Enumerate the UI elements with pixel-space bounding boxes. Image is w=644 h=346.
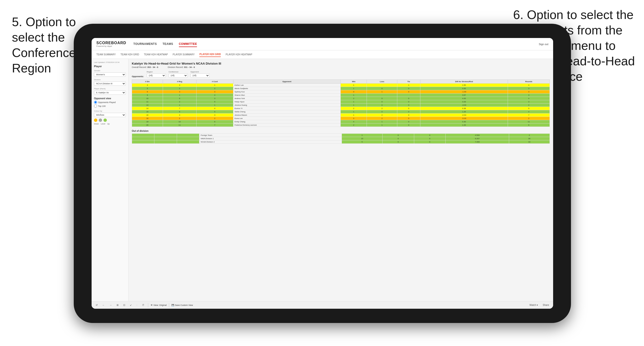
toolbar-forward[interactable]: → <box>108 303 113 307</box>
opponent-view-options: Opponents Played Top 100 <box>94 101 126 108</box>
sign-out-link[interactable]: Sign out <box>539 43 548 46</box>
left-panel: Last Updated: 27/03/2024 10:34 Player Ge… <box>92 59 128 301</box>
th-div: # Div <box>132 80 163 84</box>
opponent-view-title: Opponent view <box>94 97 126 100</box>
table-row: 1125Heejo Hyun1003.333 <box>132 100 550 104</box>
toolbar-share[interactable]: Share <box>542 303 550 307</box>
tablet-screen: SCOREBOARD Powered by clippd TOURNAMENTS… <box>92 38 553 309</box>
opponents-label: Opponents: <box>132 75 144 78</box>
legend-down: Down <box>94 123 99 125</box>
table-row: 914Sharon Mun13.673 <box>132 94 550 97</box>
sub-nav-player-h2h-grid[interactable]: PLAYER H2H GRID <box>199 52 221 57</box>
out-of-division-title: Out of division <box>132 130 550 132</box>
nav-tournaments[interactable]: TOURNAMENTS <box>134 41 157 47</box>
division-record-label: Division Record: 331 - 34 - 6 <box>168 66 195 68</box>
conference-select[interactable]: (All) <box>169 73 188 78</box>
table-header-row: # Div # Reg # Conf Opponent Win Loss Tie… <box>132 80 550 84</box>
radio-opponents-played[interactable]: Opponents Played <box>94 101 126 104</box>
table-row: 1311Jessica Huang100-3.002 <box>132 104 550 107</box>
player-section-title: Player <box>94 65 126 68</box>
legend-up: Up <box>107 123 110 125</box>
gender-select[interactable]: Women's <box>94 72 126 77</box>
toolbar-dot[interactable]: · <box>135 303 138 307</box>
table-row: NCAA Division 25007.40010 <box>132 140 550 144</box>
conference-filter-label: Conference <box>169 71 188 73</box>
region-filter-label: Region <box>147 71 166 73</box>
legend-level: Level <box>101 123 105 125</box>
nav-committee[interactable]: COMMITTEE <box>179 41 197 47</box>
toolbar-grid[interactable]: ⊞ <box>116 303 120 307</box>
table-row: 633Sydney Kuo010-1.003 <box>132 90 550 94</box>
main-content: Last Updated: 27/03/2024 10:34 Player Ge… <box>92 59 553 301</box>
th-rounds: Rounds <box>508 80 550 84</box>
sub-nav: TEAM SUMMARY TEAM H2H GRID TEAM H2H HEAT… <box>92 50 553 59</box>
sub-nav-player-h2h-heatmap[interactable]: PLAYER H2H HEATMAP <box>226 52 252 57</box>
toolbar-right: Watch ▾ Share <box>528 303 550 307</box>
toolbar-clock[interactable]: ⏱ <box>141 303 146 307</box>
tablet-device: SCOREBOARD Powered by clippd TOURNAMENTS… <box>74 24 571 323</box>
bottom-toolbar: ↺ ← → ⊞ ⊡ ↙ · ⏱ 👁 View: Original 💾 Save … <box>92 301 553 309</box>
view-icon: 👁 <box>150 304 153 306</box>
toolbar-target[interactable]: ⊡ <box>122 303 126 307</box>
opponent-select[interactable]: (All) <box>190 73 210 78</box>
dot-down <box>94 119 97 122</box>
player-rank-label: Player (Rank) <box>94 88 126 90</box>
toolbar-separator-1 <box>148 303 148 307</box>
opponent-filter: Opponent (All) <box>190 71 210 78</box>
toolbar-save: 💾 Save Custom View <box>172 304 193 306</box>
toolbar-view: 👁 View: Original <box>150 304 166 306</box>
region-select[interactable]: (All) <box>147 73 166 78</box>
right-content: Katelyn Vo Head-to-Head Grid for Women's… <box>128 59 553 301</box>
player-rank-select[interactable]: 8. Katelyn Vo <box>94 90 126 95</box>
view-label[interactable]: View: Original <box>154 304 166 306</box>
table-row: 1822Euna Lee020-5.002 <box>132 117 550 120</box>
table-row: Foreign Team1004.5002 <box>132 134 550 137</box>
content-header: Katelyn Vo Head-to-Head Grid for Women's… <box>132 62 550 68</box>
gender-label: Gender <box>94 70 126 72</box>
last-updated: Last Updated: 27/03/2024 10:34 <box>94 61 126 63</box>
logo-text: SCOREBOARD <box>96 41 126 45</box>
colour-by-label: Colour by <box>94 110 126 112</box>
division-label: Division <box>94 79 126 81</box>
table-row: 19106Emily Chang4100.3011 <box>132 120 550 124</box>
th-conf: # Conf <box>196 80 234 84</box>
out-of-division-table: Foreign Team1004.5002NAIA Division 11500… <box>132 134 550 144</box>
toolbar-back[interactable]: ← <box>101 303 106 307</box>
logo-sub-text: Powered by clippd <box>96 45 126 47</box>
content-title: Katelyn Vo Head-to-Head Grid for Women's… <box>132 62 550 65</box>
toolbar-arrow[interactable]: ↙ <box>129 303 133 307</box>
th-diff: Diff Av Strokes/Rnd <box>420 80 508 84</box>
sub-nav-team-h2h-grid[interactable]: TEAM H2H GRID <box>120 52 139 57</box>
sub-nav-team-summary[interactable]: TEAM SUMMARY <box>96 52 116 57</box>
filters-row: Opponents: Region (All) Conference (All) <box>132 71 550 78</box>
th-win: Win <box>341 80 367 84</box>
radio-top100[interactable]: Top 100 <box>94 105 126 108</box>
toolbar-separator-2 <box>169 303 169 307</box>
save-label[interactable]: Save Custom View <box>175 304 193 306</box>
ood-table-body: Foreign Team1004.5002NAIA Division 11500… <box>132 134 550 144</box>
data-table: # Div # Reg # Conf Opponent Win Loss Tie… <box>132 80 550 127</box>
nav-teams[interactable]: TEAMS <box>162 41 173 47</box>
dot-up <box>104 119 107 122</box>
division-select[interactable]: NCAA Division III <box>94 81 126 86</box>
th-loss: Loss <box>367 80 397 84</box>
th-tie: Tie <box>397 80 420 84</box>
table-row: 331Esther Lee111.504 <box>132 84 550 87</box>
nav-bar: SCOREBOARD Powered by clippd TOURNAMENTS… <box>92 38 553 50</box>
colour-legend-dots <box>94 119 126 122</box>
toolbar-watch[interactable]: Watch ▾ <box>528 303 539 307</box>
logo: SCOREBOARD Powered by clippd <box>96 41 126 47</box>
nav-right: Sign out <box>539 43 548 46</box>
colour-by-select[interactable]: Win/loss <box>94 113 126 117</box>
th-opponent: Opponent <box>233 80 341 84</box>
sub-nav-player-summary[interactable]: PLAYER SUMMARY <box>173 52 194 57</box>
records-row: Overall Record: 353 - 34 - 6 Division Re… <box>132 66 550 68</box>
dot-level <box>99 119 102 122</box>
table-row: 1063Andrea York2004.004 <box>132 97 550 100</box>
table-row: 1474Eunice Yi2200.389 <box>132 107 550 110</box>
toolbar-undo[interactable]: ↺ <box>94 303 99 307</box>
conference-filter: Conference (All) <box>169 71 188 78</box>
table-row: 1633Jessica Mason120-0.947 <box>132 114 550 117</box>
table-body: 331Esther Lee111.504522Alexis Sudjianto1… <box>132 84 550 127</box>
sub-nav-team-h2h-heatmap[interactable]: TEAM H2H HEATMAP <box>144 52 168 57</box>
